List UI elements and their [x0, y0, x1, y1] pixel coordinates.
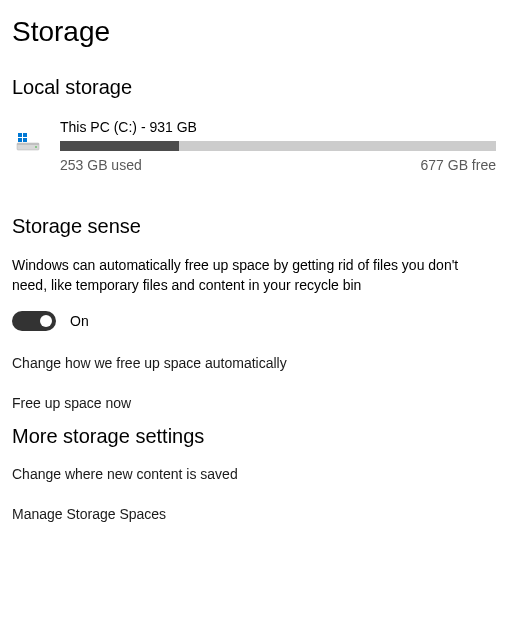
drive-name: This PC (C:) - 931 GB [60, 119, 496, 135]
drive-used-label: 253 GB used [60, 157, 142, 173]
svg-rect-6 [23, 138, 27, 142]
drive-details: This PC (C:) - 931 GB 253 GB used 677 GB… [60, 119, 496, 173]
drive-usage-fill [60, 141, 179, 151]
svg-rect-4 [23, 133, 27, 137]
page-title: Storage [12, 16, 496, 48]
storage-sense-heading: Storage sense [12, 215, 496, 238]
storage-sense-toggle-row: On [12, 311, 496, 331]
drive-stats: 253 GB used 677 GB free [60, 157, 496, 173]
local-storage-heading: Local storage [12, 76, 496, 99]
change-auto-free-link[interactable]: Change how we free up space automaticall… [12, 355, 496, 371]
free-up-now-link[interactable]: Free up space now [12, 395, 496, 411]
toggle-state-label: On [70, 313, 89, 329]
drive-free-label: 677 GB free [421, 157, 497, 173]
svg-rect-3 [18, 133, 22, 137]
storage-sense-description: Windows can automatically free up space … [12, 256, 462, 295]
drive-usage-bar [60, 141, 496, 151]
manage-storage-spaces-link[interactable]: Manage Storage Spaces [12, 506, 496, 522]
drive-icon [12, 125, 44, 157]
svg-rect-5 [18, 138, 22, 142]
toggle-knob [40, 315, 52, 327]
more-storage-heading: More storage settings [12, 425, 496, 448]
storage-sense-toggle[interactable] [12, 311, 56, 331]
change-save-location-link[interactable]: Change where new content is saved [12, 466, 496, 482]
drive-c-row[interactable]: This PC (C:) - 931 GB 253 GB used 677 GB… [12, 117, 496, 175]
svg-point-2 [35, 146, 37, 148]
svg-rect-1 [17, 143, 39, 145]
